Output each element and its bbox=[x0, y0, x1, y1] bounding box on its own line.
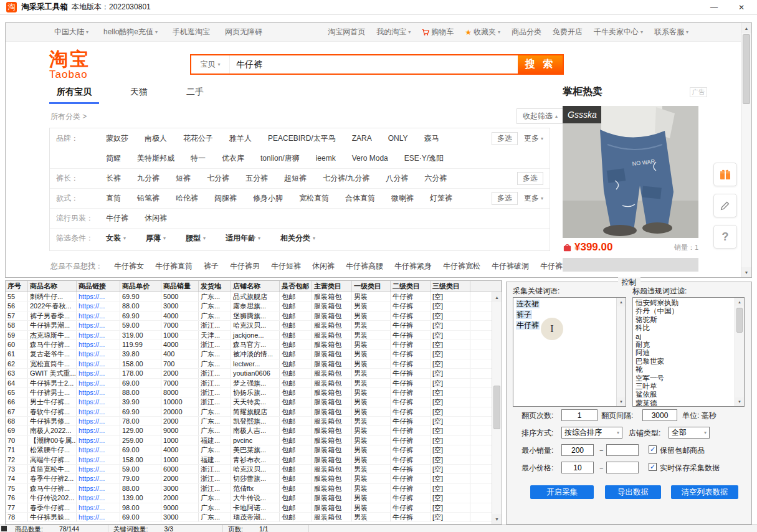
multi-select-button[interactable]: 多选 bbox=[492, 132, 518, 145]
filter-option[interactable]: 蒙奴莎 bbox=[106, 133, 128, 144]
filter-option[interactable]: 特一 bbox=[191, 153, 206, 164]
nav-my-taobao[interactable]: 我的淘宝▾ bbox=[376, 27, 411, 37]
product-image[interactable]: Gssska NO WAR bbox=[563, 106, 698, 238]
filter-option[interactable]: 休闲裤 bbox=[145, 213, 167, 224]
keyword-line[interactable]: 裤子 bbox=[516, 310, 614, 320]
scroll-down-button[interactable]: ▼ bbox=[617, 397, 626, 406]
scroll-up-button[interactable]: ▲ bbox=[492, 292, 502, 302]
col-header[interactable]: 商品链接 bbox=[77, 281, 120, 292]
shop-type-select[interactable]: 全部▾ bbox=[669, 427, 710, 439]
filter-word[interactable]: 阿迪 bbox=[636, 349, 732, 357]
nav-favorites[interactable]: ★收藏夹▾ bbox=[465, 27, 500, 37]
table-row[interactable]: 75 森马牛仔裤... https://... 88.00 3000 浙江...… bbox=[6, 484, 492, 493]
table-row[interactable]: 56 2022年春秋... https://... 88.00 3000 广东.… bbox=[6, 302, 492, 311]
table-row[interactable]: 63 GWIT 美式重... https://... 178.00 2000 浙… bbox=[6, 369, 492, 378]
filter-option[interactable]: ESE·Y/逸阳 bbox=[404, 153, 444, 164]
col-header[interactable]: 商品销量 bbox=[161, 281, 199, 292]
table-row[interactable]: 72 高端牛仔裤... https://... 158.00 1000 福建..… bbox=[6, 455, 492, 465]
filter-option[interactable]: 铅笔裤 bbox=[137, 193, 159, 204]
filter-word[interactable]: 乔丹（中国） bbox=[636, 307, 732, 315]
filter-condition[interactable]: 厚薄▾ bbox=[146, 233, 166, 244]
nav-open-shop[interactable]: 免费开店 bbox=[553, 27, 583, 37]
search-button[interactable]: 搜 索 bbox=[518, 55, 563, 74]
filter-word[interactable]: aj bbox=[636, 333, 732, 341]
filter-option[interactable]: 简耀 bbox=[106, 153, 121, 164]
tab-tmall[interactable]: 天猫 bbox=[123, 83, 155, 104]
filter-option[interactable]: 南极人 bbox=[145, 133, 167, 144]
filter-option[interactable]: 宽松直筒 bbox=[299, 193, 329, 204]
suggest-link[interactable]: 裤子 bbox=[204, 261, 219, 272]
minimize-button[interactable]: — bbox=[708, 3, 720, 12]
scrollbar-thumb[interactable] bbox=[743, 34, 750, 104]
table-row[interactable]: 70 【潮牌00专属... https://... 259.00 1000 福建… bbox=[6, 436, 492, 445]
table-row[interactable]: 74 春季牛仔裤2... https://... 79.00 2000 浙江..… bbox=[6, 474, 492, 483]
table-row[interactable]: 65 牛仔裤男士... https://... 88.00 8000 浙江...… bbox=[6, 388, 492, 397]
nav-mobile-taobao[interactable]: 手机逛淘宝 bbox=[173, 27, 210, 37]
col-header[interactable]: 一级类目 bbox=[352, 281, 391, 292]
filter-option[interactable]: 牛仔裤 bbox=[106, 213, 128, 224]
table-row[interactable]: 77 春季牛仔裤... https://... 98.00 9000 广东...… bbox=[6, 503, 492, 513]
filter-option[interactable]: 七分裤/九分裤 bbox=[323, 173, 369, 184]
tab-secondhand[interactable]: 二手 bbox=[179, 83, 211, 104]
keywords-input[interactable]: 连衣裙裤子牛仔裤 I ▲ ▼ bbox=[513, 297, 626, 407]
col-header[interactable]: 发货地 bbox=[199, 281, 231, 292]
gift-button[interactable] bbox=[713, 163, 737, 186]
filter-option[interactable]: 九分裤 bbox=[137, 173, 159, 184]
filter-condition[interactable]: 相关分类▾ bbox=[280, 233, 315, 244]
filter-option[interactable]: 修身小脚 bbox=[253, 193, 283, 204]
table-row[interactable]: 67 春软牛仔裤... https://... 69.90 20000 广东..… bbox=[6, 407, 492, 417]
nav-region[interactable]: 中国大陆▾ bbox=[54, 27, 88, 37]
min-price-input[interactable] bbox=[561, 462, 594, 473]
nav-taobao-home[interactable]: 淘宝网首页 bbox=[328, 27, 365, 37]
keywords-scrollbar[interactable]: ▲ ▼ bbox=[616, 298, 626, 406]
keep-free-shipping-checkbox[interactable]: ✓ bbox=[649, 445, 657, 454]
max-sales-input[interactable] bbox=[606, 444, 639, 456]
table-row[interactable]: 73 直筒宽松牛... https://... 59.00 6000 浙江...… bbox=[6, 465, 492, 474]
export-data-button[interactable]: 导出数据 bbox=[605, 485, 661, 499]
filter-option[interactable]: 长裤 bbox=[106, 173, 121, 184]
nav-accessibility[interactable]: 网页无障碍 bbox=[225, 27, 262, 37]
suggest-link[interactable]: 牛仔裤紧身 bbox=[394, 261, 432, 272]
collapse-filter-button[interactable]: 收起筛选▴ bbox=[517, 108, 564, 124]
col-header[interactable]: 商品名称 bbox=[28, 281, 77, 292]
filter-word[interactable]: 蒙莱德 bbox=[636, 399, 732, 406]
filter-option[interactable]: 五分裤 bbox=[245, 173, 268, 184]
filter-option[interactable]: 优衣库 bbox=[222, 153, 244, 164]
help-button[interactable]: ? bbox=[713, 225, 737, 249]
filter-word[interactable]: 鲨依服 bbox=[636, 391, 732, 399]
filter-option[interactable]: 森马 bbox=[424, 133, 439, 144]
scroll-up-button[interactable]: ▲ bbox=[617, 298, 626, 306]
col-header[interactable]: 二级类目 bbox=[391, 281, 431, 292]
min-sales-input[interactable] bbox=[561, 444, 594, 456]
filter-word[interactable]: 巴黎世家 bbox=[636, 358, 732, 366]
scrollbar-thumb[interactable] bbox=[736, 308, 743, 333]
suggest-link[interactable]: 牛仔裤男 bbox=[230, 261, 260, 272]
table-row[interactable]: 58 牛仔裤男潮... https://... 59.00 7000 浙江...… bbox=[6, 321, 492, 330]
nav-seller-center[interactable]: 千牛卖家中心▾ bbox=[594, 27, 643, 37]
search-scope-select[interactable]: 宝贝▾ bbox=[191, 55, 230, 74]
filter-option[interactable]: 超短裤 bbox=[284, 173, 307, 184]
suggest-link[interactable]: 休闲裤 bbox=[312, 261, 335, 272]
nav-categories[interactable]: 商品分类 bbox=[512, 27, 541, 37]
table-row[interactable]: 76 牛仔传说202... https://... 139.00 2000 广东… bbox=[6, 493, 492, 503]
scrollbar-thumb[interactable] bbox=[493, 386, 500, 429]
filter-option[interactable]: Vero Moda bbox=[352, 154, 388, 163]
filter-word[interactable]: 骆驼斯 bbox=[636, 316, 732, 324]
filter-option[interactable]: ieemk bbox=[316, 154, 336, 163]
table-row[interactable]: 71 松紧腰牛仔... https://... 69.00 4000 广东...… bbox=[6, 445, 492, 455]
suggest-link[interactable]: 牛仔裤高腰 bbox=[346, 261, 383, 272]
scroll-up-button[interactable]: ▲ bbox=[741, 23, 751, 33]
filter-condition[interactable]: 腰型▾ bbox=[186, 233, 206, 244]
filter-word[interactable]: 三叶草 bbox=[636, 382, 732, 391]
tab-all-items[interactable]: 所有宝贝 bbox=[49, 83, 99, 104]
browser-scrollbar[interactable]: ▲ ▼ bbox=[741, 23, 751, 277]
keyword-line[interactable]: 连衣裙 bbox=[516, 299, 614, 310]
taobao-logo[interactable]: 淘宝 Taobao bbox=[49, 49, 124, 80]
filter-option[interactable]: 阔腿裤 bbox=[214, 193, 237, 204]
close-button[interactable]: ✕ bbox=[736, 3, 747, 12]
table-row[interactable]: 68 牛仔裤男修... https://... 78.00 2000 广东...… bbox=[6, 417, 492, 426]
filter-option[interactable]: 美特斯邦威 bbox=[137, 153, 174, 164]
page-times-input[interactable] bbox=[561, 409, 598, 421]
multi-select-button[interactable]: 多选 bbox=[517, 172, 543, 185]
scroll-up-button[interactable]: ▲ bbox=[735, 298, 744, 306]
